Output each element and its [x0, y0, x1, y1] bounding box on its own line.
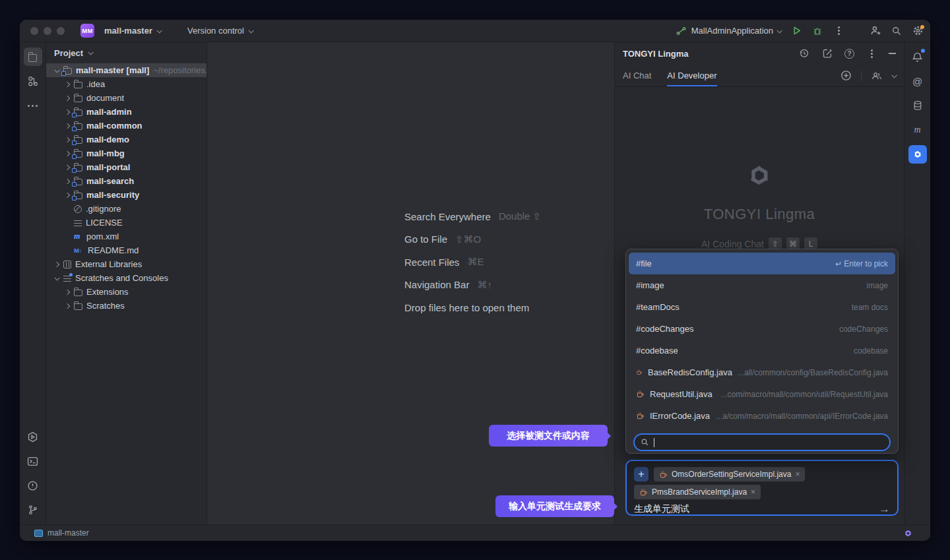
- debug-button[interactable]: [811, 25, 823, 37]
- chevron-down-icon: [54, 275, 59, 280]
- folder-icon: [74, 82, 82, 88]
- dropdown-file-path: ...all/common/config/BaseRedisConfig.jav…: [738, 368, 888, 377]
- dropdown-item-codechanges[interactable]: #codeChanges codeChanges: [629, 318, 895, 340]
- dropdown-file-baseredisconfig[interactable]: BaseRedisConfig.java ...all/common/confi…: [629, 361, 895, 383]
- markdown-file-icon: M↓: [74, 247, 84, 254]
- search-icon[interactable]: [891, 25, 902, 37]
- new-session-plus-icon[interactable]: [840, 70, 852, 82]
- hide-panel-icon[interactable]: [889, 53, 896, 54]
- notifications-bell-button[interactable]: [908, 47, 927, 66]
- dropdown-item-file[interactable]: #file ↵ Enter to pick: [629, 253, 895, 274]
- panel-options-kebab[interactable]: [866, 47, 877, 59]
- git-tool-button[interactable]: [24, 501, 42, 519]
- zoom-button[interactable]: [57, 27, 65, 35]
- tree-item-mall-master-root[interactable]: mall-master [mall] ~/repositories,: [46, 63, 206, 77]
- tree-item-label: LICENSE: [86, 218, 123, 228]
- tree-item-pom-xml[interactable]: m pom.xml: [46, 230, 206, 243]
- dropdown-item-codebase[interactable]: #codebase codebase: [629, 340, 895, 361]
- lingma-panel-title: TONGYI Lingma: [623, 49, 688, 59]
- database-tool-button[interactable]: [908, 96, 927, 115]
- minimize-button[interactable]: [44, 27, 51, 35]
- file-chip-omsordersetting[interactable]: OmsOrderSettingServiceImpl.java ×: [654, 467, 805, 482]
- new-chat-icon[interactable]: [821, 47, 833, 59]
- tree-item-mall-mbg[interactable]: mall-mbg: [46, 146, 206, 160]
- sessions-people-icon[interactable]: [871, 70, 883, 82]
- tree-item-mall-security[interactable]: mall-security: [46, 188, 206, 202]
- problems-tool-button[interactable]: [24, 476, 42, 495]
- send-button[interactable]: →: [879, 503, 890, 516]
- tree-item-mall-demo[interactable]: mall-demo: [46, 133, 206, 146]
- lingma-tool-button[interactable]: [908, 145, 927, 164]
- chevron-down-icon: [54, 67, 59, 73]
- module-folder-icon: [74, 179, 82, 185]
- tree-item-mall-common[interactable]: mall-common: [46, 119, 206, 133]
- history-icon[interactable]: [798, 47, 810, 59]
- project-tool-button[interactable]: [24, 47, 42, 66]
- project-panel-header[interactable]: Project: [46, 42, 206, 63]
- chip-label: PmsBrandServiceImpl.java: [652, 487, 747, 497]
- run-button[interactable]: [790, 25, 802, 37]
- tree-item-document[interactable]: document: [46, 91, 206, 105]
- tree-item-scratches[interactable]: Scratches: [46, 299, 206, 313]
- unit-test-composer[interactable]: + OmsOrderSettingServiceImpl.java × PmsB…: [625, 460, 899, 516]
- module-folder-icon: [74, 109, 82, 116]
- tab-ai-chat[interactable]: AI Chat: [623, 65, 651, 86]
- dropdown-search-input[interactable]: [659, 437, 883, 447]
- tooltip-select-file: 选择被测文件或内容: [489, 425, 608, 447]
- tree-item-external-libraries[interactable]: External Libraries: [46, 257, 206, 271]
- file-chip-pmsbrand[interactable]: PmsBrandServiceImpl.java ×: [634, 485, 761, 499]
- project-menu[interactable]: mall-master: [99, 23, 166, 38]
- dropdown-item-label: #teamDocs: [636, 302, 680, 312]
- tooltip-input-requirement: 输入单元测试生成要求: [495, 495, 614, 517]
- prompt-input-text[interactable]: 生成单元测试: [634, 503, 689, 515]
- version-control-menu[interactable]: Version control: [182, 23, 258, 38]
- dropdown-search-box[interactable]: [633, 433, 891, 451]
- remove-chip-icon[interactable]: ×: [795, 470, 800, 479]
- search-icon: [641, 438, 649, 447]
- tab-ai-developer[interactable]: AI Developer: [667, 65, 716, 86]
- chevron-right-icon: [65, 303, 70, 308]
- remove-chip-icon[interactable]: ×: [751, 487, 755, 497]
- tree-item-license[interactable]: LICENSE: [46, 216, 206, 230]
- help-icon[interactable]: ?: [844, 49, 854, 59]
- tree-item-mall-search[interactable]: mall-search: [46, 174, 206, 188]
- services-tool-button[interactable]: [24, 427, 42, 446]
- tree-item-gitignore[interactable]: .gitignore: [46, 202, 206, 216]
- tree-item-idea[interactable]: .idea: [46, 77, 206, 91]
- dropdown-item-teamdocs[interactable]: #teamDocs team docs: [629, 296, 895, 318]
- close-button[interactable]: [30, 27, 38, 35]
- tree-item-mall-portal[interactable]: mall-portal: [46, 160, 206, 174]
- dropdown-file-requestutil[interactable]: RequestUtil.java ...com/macro/mall/commo…: [629, 383, 895, 405]
- terminal-tool-button[interactable]: [24, 452, 42, 470]
- project-window-icon: [34, 530, 43, 537]
- more-tools-button[interactable]: [24, 96, 42, 115]
- add-user-icon[interactable]: [870, 25, 881, 37]
- add-context-button[interactable]: +: [634, 467, 649, 482]
- status-project-name[interactable]: mall-master: [48, 528, 89, 538]
- tree-item-mall-admin[interactable]: mall-admin: [46, 105, 206, 119]
- titlebar: MM mall-master Version control MallAdmin…: [20, 20, 930, 42]
- dropdown-item-partial: [629, 427, 895, 431]
- shortcut-keys: ⌘↑: [477, 279, 492, 291]
- java-file-icon: [636, 412, 645, 420]
- more-actions-kebab[interactable]: [833, 25, 844, 37]
- chevron-right-icon: [65, 81, 70, 86]
- lingma-status-icon[interactable]: [903, 528, 913, 538]
- lingma-tabs: AI Chat AI Developer: [615, 65, 904, 87]
- scratches-icon: [63, 274, 71, 282]
- maven-tool-button[interactable]: m: [908, 121, 927, 139]
- tree-item-extensions[interactable]: Extensions: [46, 285, 206, 299]
- tree-item-label: mall-search: [86, 176, 134, 186]
- settings-gear-icon[interactable]: [912, 25, 924, 37]
- chevron-down-icon[interactable]: [891, 73, 897, 78]
- dropdown-item-image[interactable]: #image image: [629, 274, 895, 296]
- dropdown-file-ierrorcode[interactable]: IErrorCode.java ...a/com/macro/mall/comm…: [629, 405, 895, 427]
- tree-item-readme[interactable]: M↓ README.md: [46, 243, 206, 257]
- ai-assistant-button[interactable]: @: [908, 72, 927, 90]
- tree-item-label: mall-mbg: [86, 148, 125, 158]
- tree-item-scratches-consoles[interactable]: Scratches and Consoles: [46, 271, 206, 285]
- structure-tool-button[interactable]: [24, 72, 42, 90]
- run-configuration-select[interactable]: MallAdminApplication: [676, 25, 781, 37]
- run-config-icon: [676, 25, 687, 37]
- folder-icon: [74, 290, 82, 296]
